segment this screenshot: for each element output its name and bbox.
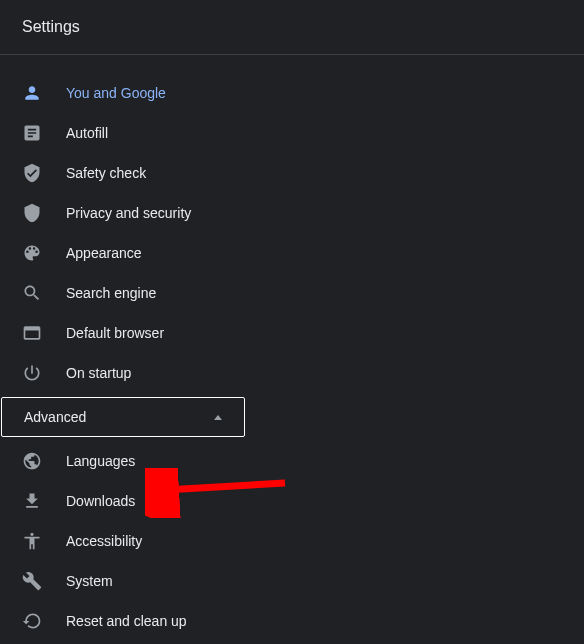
nav-label: Languages bbox=[66, 453, 135, 469]
settings-nav: You and Google Autofill Safety check Pri… bbox=[0, 55, 584, 644]
nav-label: Safety check bbox=[66, 165, 146, 181]
nav-label: Search engine bbox=[66, 285, 156, 301]
nav-privacy-security[interactable]: Privacy and security bbox=[0, 193, 584, 233]
nav-label: Accessibility bbox=[66, 533, 142, 549]
safety-check-icon bbox=[22, 163, 42, 183]
nav-label: Downloads bbox=[66, 493, 135, 509]
nav-downloads[interactable]: Downloads bbox=[0, 481, 584, 521]
nav-appearance[interactable]: Appearance bbox=[0, 233, 584, 273]
nav-label: Appearance bbox=[66, 245, 142, 261]
nav-accessibility[interactable]: Accessibility bbox=[0, 521, 584, 561]
nav-system[interactable]: System bbox=[0, 561, 584, 601]
nav-label: Default browser bbox=[66, 325, 164, 341]
nav-label: Privacy and security bbox=[66, 205, 191, 221]
download-icon bbox=[22, 491, 42, 511]
nav-label: On startup bbox=[66, 365, 131, 381]
reset-icon bbox=[22, 611, 42, 631]
advanced-toggle[interactable]: Advanced bbox=[1, 397, 245, 437]
advanced-label: Advanced bbox=[24, 409, 86, 425]
nav-label: Reset and clean up bbox=[66, 613, 187, 629]
nav-autofill[interactable]: Autofill bbox=[0, 113, 584, 153]
caret-up-icon bbox=[214, 415, 222, 420]
nav-you-and-google[interactable]: You and Google bbox=[0, 73, 584, 113]
globe-icon bbox=[22, 451, 42, 471]
nav-safety-check[interactable]: Safety check bbox=[0, 153, 584, 193]
privacy-icon bbox=[22, 203, 42, 223]
system-icon bbox=[22, 571, 42, 591]
nav-search-engine[interactable]: Search engine bbox=[0, 273, 584, 313]
nav-label: You and Google bbox=[66, 85, 166, 101]
autofill-icon bbox=[22, 123, 42, 143]
nav-reset-cleanup[interactable]: Reset and clean up bbox=[0, 601, 584, 641]
power-icon bbox=[22, 363, 42, 383]
appearance-icon bbox=[22, 243, 42, 263]
person-icon bbox=[22, 83, 42, 103]
accessibility-icon bbox=[22, 531, 42, 551]
nav-on-startup[interactable]: On startup bbox=[0, 353, 584, 393]
search-icon bbox=[22, 283, 42, 303]
nav-label: Autofill bbox=[66, 125, 108, 141]
browser-icon bbox=[22, 323, 42, 343]
page-title: Settings bbox=[22, 18, 80, 36]
nav-default-browser[interactable]: Default browser bbox=[0, 313, 584, 353]
nav-languages[interactable]: Languages bbox=[0, 441, 584, 481]
nav-label: System bbox=[66, 573, 113, 589]
settings-header: Settings bbox=[0, 0, 584, 55]
